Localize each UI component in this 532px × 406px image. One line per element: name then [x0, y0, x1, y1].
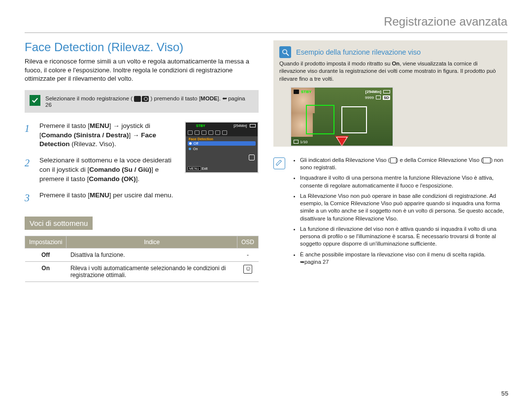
- example-screenshot: STBY [254Min] 9999 SD 1/1: [290, 87, 394, 147]
- link-arrow-icon: ➥: [222, 95, 227, 102]
- remaining-time: [254Min]: [233, 124, 247, 127]
- osd-cell: -: [237, 248, 258, 261]
- callout-text-suf: ) premendo il tasto: [150, 95, 199, 101]
- check-icon: [30, 95, 40, 106]
- intro-paragraph: Rileva e riconosce forme simili a un vol…: [25, 57, 259, 83]
- battery-icon: [383, 90, 390, 94]
- video-icon: [188, 123, 195, 129]
- tip-item: È anche possibile impostare la rilevazio…: [300, 251, 507, 266]
- table-header: Impostazioni: [25, 236, 66, 248]
- video-icon: [134, 96, 141, 102]
- note-icon: [273, 157, 285, 169]
- tip-item: Gli indicatori della Rilevazione Viso ()…: [300, 156, 507, 172]
- photo-icon: [142, 96, 149, 102]
- menu-item-on: On: [186, 146, 258, 152]
- step-body: Premere il tasto [MENU] → joystick di [C…: [39, 122, 179, 150]
- page-number: 55: [501, 390, 508, 397]
- setting-on: On: [41, 265, 50, 272]
- stby-indicator: STBY: [196, 124, 205, 127]
- face-frame-primary: [306, 105, 334, 134]
- svg-line-1: [286, 53, 289, 56]
- red-pointer-arrow: [335, 136, 349, 147]
- menu-exit: MENUExit: [188, 167, 207, 170]
- index-text: Disattiva la funzione.: [66, 248, 237, 261]
- sd-label: SD: [383, 95, 390, 100]
- tip-item: La funzione di rilevazione del viso non …: [300, 225, 507, 248]
- section-heading: Face Detection (Rilevaz. Viso): [25, 40, 259, 54]
- table-row: Off Disattiva la funzione. -: [25, 248, 259, 261]
- tip-item: La Rilevazione Viso non può operare in b…: [300, 192, 507, 222]
- tips-list: Gli indicatori della Rilevazione Viso ()…: [291, 156, 507, 269]
- osd-cell: [237, 261, 258, 281]
- mode-callout: Selezionare il modo registrazione ( ) pr…: [25, 90, 259, 113]
- card-icon: [376, 95, 381, 99]
- menu-title: Face Detection: [186, 136, 258, 141]
- index-text: Rileva i volti automaticamente seleziona…: [66, 261, 237, 281]
- tip-panel: Gli indicatori della Rilevazione Viso ()…: [273, 156, 507, 269]
- remaining-time: [254Min]: [366, 90, 381, 94]
- face-detection-icon: [249, 155, 255, 160]
- mode-button-label: MODE: [200, 95, 218, 101]
- battery-icon: [250, 124, 256, 127]
- face-detection-icon: [243, 265, 252, 274]
- setting-off: Off: [41, 251, 50, 258]
- menu-tab-icon: [195, 130, 200, 135]
- camera-menu-screenshot: STBY [254Min] Face Detection Off O: [185, 122, 259, 173]
- table-row: On Rileva i volti automaticamente selezi…: [25, 261, 259, 281]
- step-body: Premere il tasto [MENU] per uscire dal m…: [39, 191, 259, 205]
- menu-tab-icon: [188, 130, 193, 135]
- example-text: Quando il prodotto imposta il modo ritra…: [279, 60, 501, 83]
- example-title: Esempio della funzione rilevazione viso: [296, 48, 421, 56]
- menu-item-off: Off: [188, 141, 256, 146]
- example-panel: Esempio della funzione rilevazione viso …: [273, 40, 507, 147]
- step-number: 2: [25, 156, 33, 184]
- menu-tab-icon: [222, 130, 227, 135]
- chapter-title: Registrazione avanzata: [25, 15, 507, 33]
- face-frame-secondary: [341, 106, 367, 133]
- video-icon: [294, 90, 299, 94]
- magnify-icon: [279, 46, 291, 58]
- menu-tab-icon: [208, 130, 213, 135]
- submenu-heading: Voci di sottomenu: [25, 217, 93, 230]
- table-header: Indice: [66, 236, 237, 248]
- step-number: 1: [25, 122, 33, 150]
- shot-count: 9999: [365, 95, 374, 100]
- table-header: OSD: [237, 236, 258, 248]
- step-body: Selezionare il sottomenu e la voce desid…: [39, 156, 179, 184]
- tip-item: Inquadrare il volto di una persona mentr…: [300, 174, 507, 189]
- stby-indicator: STBY: [301, 90, 311, 94]
- callout-text-pre: Selezionare il modo registrazione (: [45, 95, 133, 101]
- submenu-table: Impostazioni Indice OSD Off Disattiva la…: [25, 236, 259, 282]
- bottom-ratio: 1/10: [300, 140, 308, 144]
- face-frame-icon: [483, 157, 491, 163]
- step-number: 3: [25, 191, 33, 205]
- face-detection-icon: [390, 157, 397, 163]
- menu-tab-icon: [215, 130, 220, 135]
- indicator-icon: [294, 140, 299, 144]
- menu-tab-icon: [201, 130, 206, 135]
- svg-point-0: [282, 49, 286, 53]
